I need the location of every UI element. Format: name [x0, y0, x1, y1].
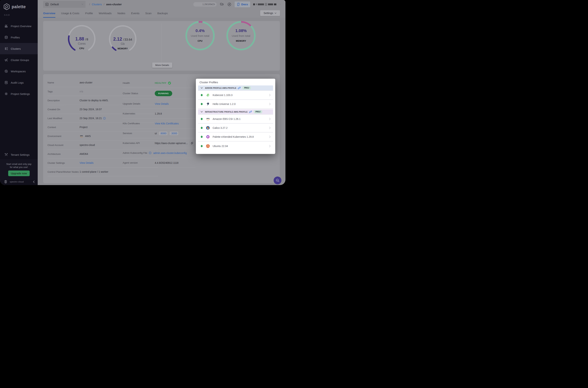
sidebar-item-workspaces[interactable]: Workspaces — [0, 66, 38, 77]
sidebar-item-label: Project Settings — [11, 92, 30, 96]
status-dot — [201, 94, 203, 96]
usage-stats-card: 1.88/8 Cores CPU 2.12/33.64 Gb MEMORY — [43, 21, 280, 71]
cpu-total: 8 — [87, 38, 88, 41]
details-right-column: Health HEALTHY Cluster Status RUNNING Up… — [123, 78, 196, 168]
infrastructure-profile-section-header[interactable]: INFRASTRUCTURE PROFILE AWS-PROFILE PROJ — [198, 109, 273, 115]
profile-layer-amazon-ebs-csi[interactable]: aws Amazon EBS CSI 1.26.1 — [198, 115, 273, 124]
detail-row-cluster-status: Cluster Status RUNNING — [123, 88, 196, 99]
sidebar-item-label: Project Overview — [11, 24, 31, 28]
description-value: Cluster to deploy to AWS. — [80, 99, 109, 102]
cpu-donut-label: CPU — [182, 40, 218, 42]
info-icon[interactable] — [149, 151, 152, 154]
view-k8s-certificates-link[interactable]: View K8s Certificates — [155, 122, 179, 125]
upgrade-now-button[interactable]: Upgrade now — [8, 170, 30, 176]
workspaces-icon — [4, 69, 8, 73]
promo-line-2: for what you use! — [0, 166, 38, 169]
detail-row-k8s-certificates: K8s Certificates View K8s Certificates — [123, 119, 196, 128]
spectro-cloud-icon — [3, 179, 8, 184]
cluster-profiles-title: Cluster Profiles — [200, 81, 271, 84]
cpu-gauge-label: CPU — [67, 47, 96, 50]
info-icon[interactable] — [103, 117, 106, 120]
search-fab-button[interactable] — [274, 176, 281, 184]
sidebar-item-project-overview[interactable]: Project Overview — [0, 20, 38, 32]
sidebar-collapse-chevron[interactable] — [33, 181, 35, 183]
upgrade-view-details-link[interactable]: View Details — [155, 102, 169, 105]
docs-label: Docs — [241, 3, 248, 6]
chevron-down-icon — [274, 13, 276, 14]
tab-overview[interactable]: Overview — [43, 9, 55, 18]
cluster-settings-view-details-link[interactable]: View Details — [80, 161, 93, 164]
tab-backups[interactable]: Backups — [157, 9, 168, 18]
cpu-unit: Cores — [67, 42, 96, 45]
tab-events[interactable]: Events — [131, 9, 139, 18]
profile-layer-kubecost[interactable]: Kubecost 1.103.3 — [198, 91, 273, 100]
memory-gauge-value: 2.12/33.64 — [108, 36, 137, 42]
tab-nodes[interactable]: Nodes — [117, 9, 125, 18]
profile-layer-hello-universe[interactable]: Hello Universe 1.2.0 — [198, 100, 273, 109]
row-label: Control Plane/Worker Nodes — [47, 170, 80, 173]
tab-scan[interactable]: Scan — [145, 9, 152, 18]
kubeconfig-download-link[interactable]: admin.aws-cluster.kubeconfig — [153, 151, 187, 154]
settings-button[interactable]: Settings — [260, 10, 280, 16]
cpu-divider: / — [85, 38, 86, 41]
sidebar-footer: spectro cloud — [0, 179, 38, 185]
cluster-groups-icon — [4, 58, 8, 62]
help-compass-icon[interactable] — [227, 2, 231, 7]
sidebar-item-project-settings[interactable]: Project Settings — [0, 88, 38, 99]
chat-icon[interactable] — [220, 2, 224, 7]
tab-workloads[interactable]: Workloads — [99, 9, 112, 18]
row-label: Upgrade Details — [123, 102, 155, 105]
copy-icon[interactable] — [190, 141, 194, 146]
profile-layer-name: Hello Universe 1.2.0 — [213, 102, 236, 105]
row-label: Architecture — [47, 153, 80, 155]
addon-profile-section-header[interactable]: ADDON PROFILE AWS-PROFILE PROJ — [198, 85, 273, 91]
sidebar-item-label: Cluster Groups — [11, 58, 29, 62]
project-selector-dropdown[interactable]: Default — [43, 1, 86, 8]
row-label: Agent version — [123, 161, 155, 164]
svg-text:aws: aws — [206, 118, 209, 119]
sidebar-item-profiles[interactable]: Profiles — [0, 32, 38, 43]
profile-layer-palette-extended-kubernetes[interactable]: Palette eXtended Kubernetes 1.29.8 — [198, 133, 273, 142]
breadcrumb-clusters-link[interactable]: Clusters — [92, 3, 102, 6]
nodes-value: 1 control-plane / 1 worker — [80, 170, 108, 173]
tags-value: n/a — [80, 90, 83, 93]
app-version: 4.4.19 — [4, 14, 10, 16]
breadcrumb-current: aws-cluster — [106, 3, 122, 6]
cpu-gauge-value: 1.88/8 — [67, 36, 96, 42]
sidebar-item-audit-logs[interactable]: Audit Logs — [0, 77, 38, 88]
service-port-link[interactable]: :8080 — [159, 132, 167, 135]
user-menu-chevron-icon[interactable] — [279, 4, 281, 5]
svg-text:aws: aws — [80, 135, 83, 137]
docs-button[interactable]: Docs — [235, 1, 250, 7]
profile-layer-ubuntu[interactable]: Ubuntu 22.04 — [198, 142, 273, 150]
more-details-button[interactable]: More Details — [152, 62, 172, 68]
project-selector-value: Default — [50, 3, 59, 6]
service-port-link[interactable]: :3000 — [170, 132, 178, 135]
sidebar-item-clusters[interactable]: Clusters — [0, 43, 38, 54]
stats-divider — [161, 23, 161, 62]
kubernetes-version-value: 1.29.8 — [155, 112, 162, 115]
architecture-value: AMD64 — [80, 152, 88, 155]
chevron-right-icon — [269, 94, 271, 96]
sidebar-item-tenant-settings[interactable]: Tenant Settings — [0, 150, 38, 159]
detail-row-kubernetes: Kubernetes 1.29.8 — [123, 109, 196, 119]
profile-layer-calico[interactable]: Calico 3.27.2 — [198, 124, 273, 133]
sidebar-item-label: Clusters — [11, 47, 21, 50]
detail-row-upgrade-details: Upgrade Details View Details — [123, 99, 196, 109]
sidebar-item-cluster-groups[interactable]: Cluster Groups — [0, 54, 38, 66]
tab-usage-costs[interactable]: Usage & Costs — [61, 9, 79, 18]
tab-profile[interactable]: Profile — [85, 9, 93, 18]
chevron-right-icon — [269, 145, 271, 147]
promo-line-1: Start small and only pay — [0, 163, 38, 166]
clusters-icon — [4, 47, 8, 50]
memory-donut-caption: Used from total — [223, 34, 259, 37]
window: palette 4.4.19 Project Overview Profiles — [0, 0, 285, 185]
sidebar-item-label: Audit Logs — [11, 81, 24, 84]
cluster-status-badge[interactable]: RUNNING — [155, 91, 172, 96]
cluster-tabs: Overview Usage & Costs Profile Workloads… — [38, 9, 285, 18]
memory-total: 33.64 — [124, 38, 132, 41]
audit-logs-icon — [4, 81, 8, 84]
cpu-donut-percent: 0.4% — [182, 28, 218, 33]
memory-unit: Gb — [108, 42, 137, 46]
row-label: Cloud Account — [47, 144, 80, 146]
